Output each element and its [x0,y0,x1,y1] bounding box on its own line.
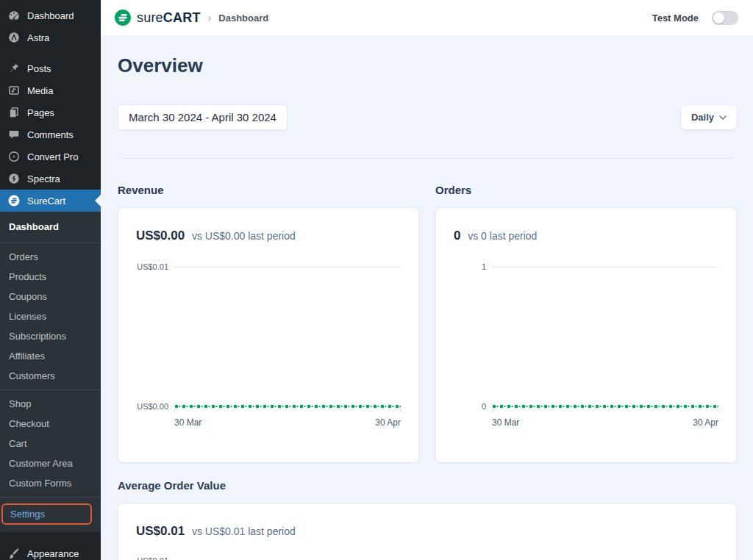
orders-comparison: vs 0 last period [468,230,537,242]
revenue-value: US$0.00 [136,229,185,243]
dashboard-content: Overview March 30 2024 - April 30 2024 D… [101,35,753,560]
orders-chart-top-grid: 1 [454,262,718,271]
orders-chart-baseline: 0 [454,402,718,411]
y-axis-label: 0 [454,402,486,411]
x-axis-start-label: 30 Mar [174,417,201,428]
breadcrumb-chevron-icon: › [208,12,212,24]
y-axis-label: US$0.01 [136,262,168,271]
sidebar-item-label: Dashboard [27,10,74,21]
surecart-logo-icon [114,9,132,26]
submenu-item-shop[interactable]: Shop [0,394,101,414]
breadcrumb[interactable]: Dashboard [218,12,268,24]
sidebar-item-convert-pro[interactable]: Convert Pro [0,146,101,168]
metric-cards-row: Revenue US$0.00 vs US$0.00 last period U… [118,184,737,463]
aov-comparison: vs US$0.01 last period [192,525,296,537]
x-axis-end-label: 30 Apr [375,417,401,428]
sidebar-item-media[interactable]: Media [0,79,101,101]
interval-select[interactable]: Daily [681,105,737,129]
sidebar-item-dashboard[interactable]: Dashboard [0,4,101,26]
sidebar-item-appearance[interactable]: Appearance [0,542,101,560]
revenue-chart-baseline: US$0.00 [136,402,401,411]
aov-chart: US$0.01 [136,556,718,560]
gridline [174,267,401,268]
orders-chart: 1 0 30 Mar 30 Apr [454,262,718,428]
sidebar-item-label: Posts [27,63,51,74]
orders-series-dotted-line [492,404,718,409]
surecart-logo-text: sureCART [137,10,201,26]
test-mode-toggle[interactable] [712,11,738,25]
sidebar-item-posts[interactable]: Posts [0,57,101,79]
revenue-section: Revenue US$0.00 vs US$0.00 last period U… [118,184,419,463]
submenu-item-settings[interactable]: Settings [1,503,92,525]
interval-label: Daily [691,112,714,123]
series-line-wrap [492,404,718,409]
date-range-picker[interactable]: March 30 2024 - April 30 2024 [118,104,288,130]
sidebar-item-label: Pages [27,107,54,118]
revenue-card-title: Revenue [118,184,419,196]
revenue-chart: US$0.01 US$0.00 30 Mar 30 Apr [136,262,401,428]
series-line-wrap [174,404,401,409]
chevron-down-icon [719,115,727,120]
x-axis-labels: 30 Mar 30 Apr [492,417,718,428]
surecart-submenu: Dashboard Orders Products Coupons Licens… [0,212,101,532]
filters-row: March 30 2024 - April 30 2024 Daily [118,104,737,130]
y-axis-label: US$0.01 [136,556,168,560]
wp-admin-sidebar: Dashboard Astra Posts Media Pages Commen… [0,0,101,560]
submenu-divider [0,390,101,390]
main-column: sureCART › Dashboard Test Mode Overview … [101,0,753,560]
submenu-item-custom-forms[interactable]: Custom Forms [0,473,101,493]
gauge-icon [7,9,21,22]
pushpin-icon [7,62,21,75]
submenu-item-subscriptions[interactable]: Subscriptions [0,326,101,346]
page-title: Overview [118,54,737,77]
comment-bubble-icon [7,128,21,141]
revenue-card: US$0.00 vs US$0.00 last period US$0.01 U… [118,207,419,463]
sidebar-separator [0,49,101,57]
revenue-chart-top-grid: US$0.01 [136,262,401,271]
submenu-item-products[interactable]: Products [0,267,101,287]
orders-card-title: Orders [435,184,737,196]
test-mode-label: Test Mode [652,12,699,24]
paintbrush-icon [7,547,21,560]
x-axis-start-label: 30 Mar [492,417,519,428]
sidebar-item-comments[interactable]: Comments [0,123,101,146]
sidebar-item-label: Comments [27,129,74,140]
orders-value: 0 [454,229,460,243]
revenue-series-dotted-line [174,404,401,409]
astra-icon [7,31,21,44]
spectra-icon [7,172,21,185]
submenu-item-customers[interactable]: Customers [0,366,101,386]
submenu-item-licenses[interactable]: Licenses [0,306,101,326]
submenu-divider [0,243,101,243]
submenu-item-checkout[interactable]: Checkout [0,414,101,434]
orders-value-row: 0 vs 0 last period [454,229,718,243]
media-icon [7,84,21,97]
submenu-item-orders[interactable]: Orders [0,247,101,267]
submenu-item-cart[interactable]: Cart [0,434,101,453]
sidebar-item-label: Astra [27,32,49,43]
sidebar-item-spectra[interactable]: Spectra [0,168,101,190]
orders-card: 0 vs 0 last period 1 0 [435,207,737,463]
submenu-item-customer-area[interactable]: Customer Area [0,453,101,473]
sidebar-item-label: Spectra [27,173,60,184]
sidebar-item-label: Media [27,85,53,96]
x-axis-labels: 30 Mar 30 Apr [174,417,401,428]
aov-card: US$0.01 vs US$0.01 last period US$0.01 [118,503,737,560]
submenu-item-coupons[interactable]: Coupons [0,287,101,306]
chart-plot-area [454,271,718,402]
submenu-item-dashboard[interactable]: Dashboard [0,215,101,239]
aov-value-row: US$0.01 vs US$0.01 last period [136,524,718,539]
toggle-knob [713,12,724,24]
submenu-item-affiliates[interactable]: Affiliates [0,346,101,366]
aov-value: US$0.01 [136,524,185,538]
y-axis-label: 1 [454,262,486,271]
screen: Dashboard Astra Posts Media Pages Commen… [0,0,753,560]
sidebar-item-surecart[interactable]: SureCart [0,190,101,212]
sidebar-item-pages[interactable]: Pages [0,101,101,123]
sidebar-item-astra[interactable]: Astra [0,26,101,49]
sidebar-item-label: SureCart [27,195,65,207]
aov-chart-top-grid: US$0.01 [136,556,718,560]
surecart-logo[interactable]: sureCART [114,9,201,26]
sidebar-bottom-group: Appearance Plugins 2 Users [0,542,101,560]
x-axis-end-label: 30 Apr [693,417,718,428]
